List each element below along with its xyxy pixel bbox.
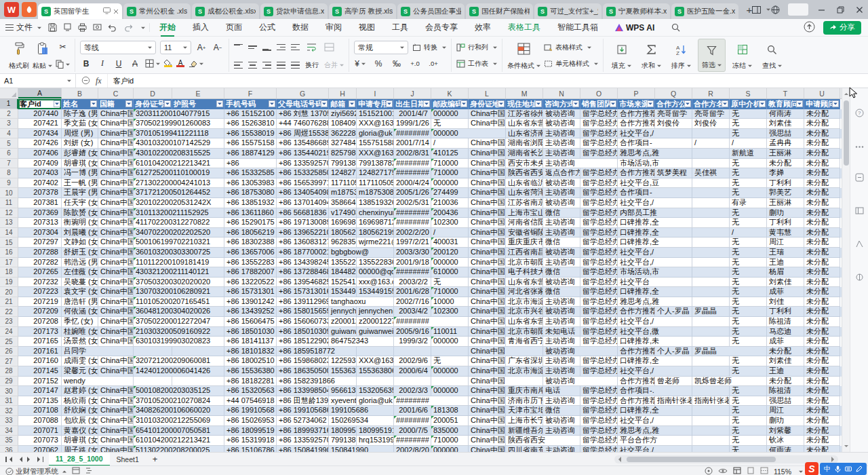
cell-L6[interactable]: China中国 [469, 149, 506, 159]
rail-settings-icon[interactable] [855, 273, 864, 283]
cell-P3[interactable]: 合作方推荐 [618, 119, 655, 129]
cell-L13[interactable]: China中国 [469, 218, 506, 228]
merge-cells-icon[interactable] [323, 41, 335, 54]
cell-D19[interactable]: 370503200302020020 [134, 278, 172, 288]
strikethrough-button[interactable]: A [129, 57, 141, 70]
cell-G10[interactable]: +86 1340540988 [277, 188, 329, 198]
cell-N25[interactable]: 主动咨询 [543, 337, 580, 347]
cell-C10[interactable]: China中国 [98, 188, 134, 198]
cell-P6[interactable]: 雅思考点,雅 [618, 149, 655, 159]
cell-C18[interactable]: China中国 [98, 267, 134, 278]
cell-Q36[interactable] [655, 446, 692, 452]
menu-item-开始[interactable]: 开始 [159, 19, 176, 37]
cell-N26[interactable]: 被动咨询 [543, 347, 580, 357]
cell-O10[interactable]: 留学总经办 [580, 188, 618, 198]
field-header-合作方公[interactable]: 合作方公 [655, 99, 692, 109]
cell-H18[interactable]: 18448233 [329, 267, 357, 278]
cell-Q34[interactable] [655, 426, 692, 436]
cell-I18[interactable]: 00000@qq [357, 267, 394, 278]
menu-item-数据[interactable]: 数据 [292, 19, 309, 37]
cell-G3[interactable]: +44 7460762888 [277, 119, 329, 129]
cell-Q31[interactable]: 指南针张老 [655, 396, 692, 406]
cell-U24[interactable]: 未分配 [804, 327, 840, 337]
cell-S14[interactable]: / [730, 228, 767, 238]
cell-P21[interactable]: 雅思考点,雅 [618, 297, 655, 307]
cell-F3[interactable]: +86 15263810 [224, 119, 277, 129]
cell-T26[interactable]: 未分配 [767, 347, 804, 357]
cell-H19[interactable]: 152541145 [329, 278, 357, 288]
cell-U25[interactable]: 未分配 [804, 337, 840, 347]
column-header-S[interactable]: S [730, 88, 767, 98]
cell-R4[interactable] [692, 129, 730, 139]
cell-S9[interactable]: 无 [730, 178, 767, 189]
cell-G9[interactable]: +86 1565399710 [277, 178, 329, 189]
column-header-R[interactable]: R [692, 88, 730, 98]
cell-S31[interactable]: 无 [730, 396, 767, 406]
cell-L27[interactable]: China中国 [469, 356, 506, 366]
cell-L35[interactable]: China中国 [469, 436, 506, 446]
cell-Q15[interactable] [655, 238, 692, 248]
cell-J22[interactable]: 2003/4/2 [394, 307, 431, 317]
decrease-indent-button[interactable] [277, 44, 285, 51]
cell-O19[interactable]: 留学总经办 [580, 278, 618, 288]
cell-O13[interactable]: 留学总经办 [580, 218, 618, 228]
cell-R30[interactable] [692, 386, 730, 396]
cell-F10[interactable]: +86 18753080 [224, 188, 277, 198]
cell-Q27[interactable] [655, 356, 692, 366]
cell-R6[interactable] [692, 149, 730, 159]
cell-M28[interactable]: 北京市海淀 [506, 366, 543, 377]
restore-button[interactable] [834, 3, 846, 16]
cell-C27[interactable]: China中国 [98, 356, 134, 366]
cell-T18[interactable]: 杨眉 [767, 267, 804, 278]
cell-F15[interactable]: +86 18302388 [224, 238, 277, 248]
cell-K32[interactable]: 181308 [431, 406, 469, 416]
cell-O28[interactable]: 留学总经办 [580, 366, 618, 377]
cell-F6[interactable]: +86 18874129 [224, 149, 277, 159]
cell-T20[interactable]: 成菲 [767, 287, 804, 297]
cell-F31[interactable]: +44 07546918 [224, 396, 277, 406]
last-sheet-icon[interactable] [37, 457, 44, 462]
cell-K36[interactable]: 000000 [431, 446, 469, 452]
cell-T21[interactable]: 刘佳 [767, 297, 804, 307]
cell-K15[interactable]: 400031 [431, 238, 469, 248]
cell-M12[interactable]: 上海市宝山 [506, 208, 543, 218]
cell-P16[interactable]: 社交平台,/ [618, 248, 655, 258]
cell-D2[interactable]: 320311200104077915 [134, 109, 172, 119]
cell-N3[interactable]: 被动咨询 [543, 119, 580, 129]
cell-K28[interactable]: 000000 [431, 366, 469, 377]
cell-S23[interactable]: 无 [730, 317, 767, 327]
cell-B18[interactable]: 左佳薇 (女 [62, 267, 98, 278]
cell-K13[interactable]: 102300 [431, 218, 469, 228]
field-header-手机号码[interactable]: 手机号码 [224, 99, 277, 109]
cell-G22[interactable]: +86 1580156591 [277, 307, 329, 317]
cell-K19[interactable]: 无 [431, 278, 469, 288]
cell-F33[interactable]: +86 15026953 [224, 416, 277, 426]
cell-C35[interactable]: China中国 [98, 436, 134, 446]
cell-G26[interactable]: +86 1859518772 [277, 347, 329, 357]
cut-button[interactable]: ✂ [57, 40, 69, 53]
cell-A33[interactable]: 207088 [18, 416, 62, 426]
cell-D26[interactable] [134, 347, 172, 357]
cell-O2[interactable]: 留学总经办 [580, 109, 618, 119]
cell-L36[interactable]: China中国 [469, 446, 506, 452]
cell-O33[interactable]: 留学总经办 [580, 416, 618, 426]
board-icon[interactable] [72, 467, 80, 475]
cell-J9[interactable]: 2000/4/24 [394, 178, 431, 189]
cell-N20[interactable]: 微信 [543, 287, 580, 297]
cell-F5[interactable]: +86 15575158 [224, 138, 277, 149]
cell-L19[interactable]: China中国 [469, 278, 506, 288]
cell-S11[interactable]: 有录 [730, 198, 767, 208]
cell-O22[interactable]: 留学总经办 [580, 307, 618, 317]
cell-A3[interactable]: 207421 [18, 119, 62, 129]
cell-T24[interactable]: 马恋迪 [767, 327, 804, 337]
add-sheet-button[interactable]: + [146, 453, 165, 466]
align-left-button[interactable] [234, 62, 243, 69]
cell-C32[interactable]: China中国 [98, 406, 134, 416]
scroll-up-arrow[interactable] [844, 91, 848, 95]
cell-D14[interactable]: 340702200202202520 [134, 228, 172, 238]
cell-H15[interactable]: 962835011 [329, 238, 357, 248]
page-break-icon[interactable] [760, 467, 768, 475]
cell-A22[interactable]: 207209 [18, 307, 62, 317]
cell-U33[interactable]: 未分配 [804, 416, 840, 426]
cell-K8[interactable]: 710000 [431, 168, 469, 178]
